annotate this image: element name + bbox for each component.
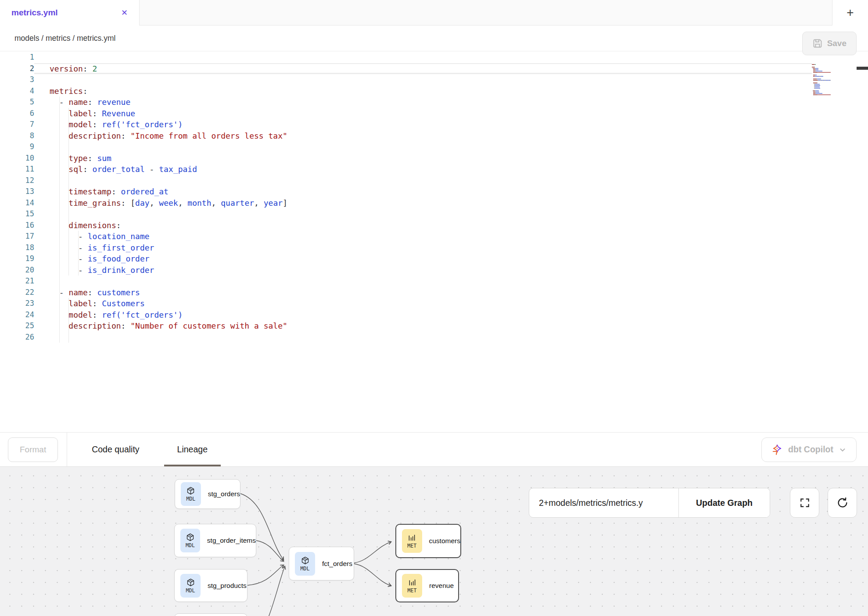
lineage-canvas[interactable]: MDLstg_ordersMDLstg_order_itemsMDLstg_pr… (0, 467, 868, 616)
code-line-content: model: ref('fct_orders') (34, 119, 812, 130)
code-line-content (34, 52, 812, 63)
model-cube-icon (186, 486, 195, 495)
minimap-scroll-mark (857, 67, 868, 70)
lineage-node-fct_orders[interactable]: MDLfct_orders (289, 547, 354, 580)
tab-bar: metrics.yml ✕ + (0, 0, 868, 25)
code-lines: 12version: 234metrics:5 - name: revenue6… (0, 51, 812, 343)
model-cube-icon (301, 556, 310, 565)
line-number: 21 (0, 276, 34, 287)
indent-guide (68, 309, 69, 321)
code-line: 4metrics: (0, 86, 812, 97)
lineage-node-stg_orders[interactable]: MDLstg_orders (175, 479, 240, 509)
indent-guide (59, 130, 60, 142)
line-number: 23 (0, 298, 34, 309)
line-number: 7 (0, 119, 34, 130)
lineage-filter-input[interactable] (529, 488, 678, 517)
code-line-content: description: "Number of customers with a… (34, 320, 812, 332)
code-line-content: description: "Income from all orders les… (34, 130, 812, 142)
code-line-content: timestamp: ordered_at (34, 186, 812, 197)
line-number: 15 (0, 208, 34, 220)
line-number: 19 (0, 253, 34, 265)
refresh-button[interactable] (828, 488, 857, 518)
save-button[interactable]: Save (802, 32, 857, 55)
indent-guide (59, 197, 60, 209)
metric-chart-icon (408, 578, 417, 587)
node-type-badge: MDL (180, 529, 200, 552)
toolbar-divider (67, 433, 67, 466)
node-type-badge: MDL (295, 552, 315, 576)
indent-guide (59, 298, 60, 309)
node-type-badge: MDL (180, 574, 201, 598)
indent-guide (68, 253, 69, 265)
indent-guide (78, 231, 79, 242)
indent-guide (68, 332, 69, 343)
tab-code-quality[interactable]: Code quality (79, 433, 152, 466)
line-number: 3 (0, 74, 34, 86)
code-line-content: model: ref('fct_orders') (34, 309, 812, 321)
indent-guide (59, 97, 60, 108)
lineage-node-partial_node[interactable] (174, 613, 247, 616)
code-line-content: metrics: (34, 86, 812, 97)
node-label: stg_order_items (207, 537, 256, 544)
code-line-content: label: Revenue (34, 108, 812, 119)
lineage-node-stg_order_items[interactable]: MDLstg_order_items (174, 524, 256, 557)
minimap[interactable] (812, 63, 837, 97)
line-number: 16 (0, 220, 34, 231)
indent-guide (68, 197, 69, 209)
code-line: 23 label: Customers (0, 298, 812, 309)
code-line-content (34, 141, 812, 153)
line-number: 9 (0, 141, 34, 153)
lineage-node-customers[interactable]: METcustomers (395, 524, 461, 558)
tab-lineage[interactable]: Lineage (164, 433, 221, 466)
node-label: stg_products (208, 582, 247, 590)
line-number: 11 (0, 164, 34, 175)
line-number: 24 (0, 309, 34, 321)
lineage-node-revenue[interactable]: METrevenue (395, 569, 459, 602)
fullscreen-button[interactable] (790, 488, 819, 518)
code-line: 14 time_grains: [day, week, month, quart… (0, 197, 812, 209)
indent-guide (68, 320, 69, 332)
line-number: 1 (0, 52, 34, 63)
line-number: 10 (0, 153, 34, 164)
close-icon[interactable]: ✕ (121, 8, 128, 18)
indent-guide (68, 208, 69, 220)
indent-guide (78, 265, 79, 276)
update-graph-button[interactable]: Update Graph (678, 488, 770, 517)
line-number: 6 (0, 108, 34, 119)
indent-guide (68, 164, 69, 175)
breadcrumb: models / metrics / metrics.yml (14, 34, 115, 43)
indent-guide (59, 208, 60, 220)
edge-fct_orders-to-customers (354, 542, 391, 563)
code-line-content: - name: revenue (34, 97, 812, 108)
code-line-content (34, 208, 812, 220)
new-tab-button[interactable]: + (832, 0, 868, 25)
indent-guide (59, 253, 60, 265)
indent-guide (59, 164, 60, 175)
code-line: 5 - name: revenue (0, 97, 812, 108)
format-button[interactable]: Format (8, 437, 58, 462)
code-line: 15 (0, 208, 812, 220)
code-line-content: - name: customers (34, 287, 812, 298)
indent-guide (59, 309, 60, 321)
code-line-content: sql: order_total - tax_paid (34, 164, 812, 175)
lineage-node-stg_products[interactable]: MDLstg_products (174, 569, 247, 602)
tab-metrics-yml[interactable]: metrics.yml ✕ (0, 0, 140, 25)
dbt-copilot-icon (771, 444, 783, 455)
code-line-content: - is_drink_order (34, 265, 812, 276)
code-line: 16 dimensions: (0, 220, 812, 231)
fullscreen-icon (799, 497, 811, 509)
indent-guide (68, 265, 69, 276)
code-editor[interactable]: 12version: 234metrics:5 - name: revenue6… (0, 51, 868, 432)
indent-guide (68, 153, 69, 164)
code-line-content (34, 74, 812, 86)
code-line: 21 (0, 276, 812, 287)
code-line: 7 model: ref('fct_orders') (0, 119, 812, 130)
indent-guide (59, 332, 60, 343)
code-line: 24 model: ref('fct_orders') (0, 309, 812, 321)
indent-guide (68, 130, 69, 142)
chevron-down-icon (839, 446, 846, 454)
line-number: 5 (0, 97, 34, 108)
line-number: 14 (0, 197, 34, 209)
dbt-copilot-button[interactable]: dbt Copilot (761, 437, 857, 462)
node-type-badge: MET (402, 529, 422, 553)
